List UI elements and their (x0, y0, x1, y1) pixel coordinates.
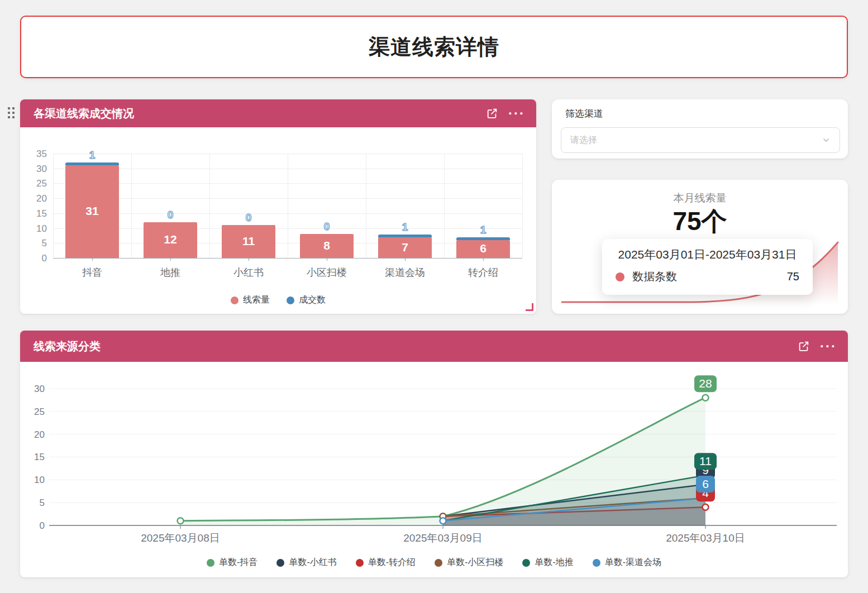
deals-value-label: 0 (300, 221, 354, 233)
line-chart-legend: 单数-抖音单数-小红书单数-转介绍单数-小区扫楼单数-地推单数-渠道会场 (20, 557, 848, 568)
filter-card: 筛选渠道 请选择 (552, 99, 848, 159)
x-axis-tick (170, 258, 171, 261)
external-link-icon[interactable] (484, 105, 500, 122)
deals-value-label: 1 (378, 221, 432, 233)
legend-dot (276, 559, 284, 567)
legend-dot (522, 559, 530, 567)
data-point-单数-抖音 (703, 395, 709, 401)
ellipsis-icon[interactable]: ··· (820, 338, 837, 355)
data-point-单数-渠道会场 (440, 518, 446, 524)
legend-item-单数-抖音[interactable]: 单数-抖音 (207, 557, 257, 568)
legend-label: 单数-渠道会场 (605, 557, 661, 568)
y-axis-label: 20 (20, 193, 47, 204)
y-axis-label: 20 (34, 429, 45, 440)
y-axis-label: 30 (34, 384, 45, 394)
gridline (131, 154, 132, 258)
end-label-text: 11 (699, 455, 712, 467)
y-axis-label: 0 (40, 520, 45, 531)
chevron-down-icon (822, 136, 831, 145)
bar-chart-legend: 线索量成交数 (20, 294, 536, 306)
legend-item-单数-地推[interactable]: 单数-地推 (522, 557, 573, 568)
legend-label: 单数-转介绍 (368, 557, 416, 568)
monthly-leads-card: 本月线索量 75个 2025年03月01日-2025年03月31日 数据条数 7… (552, 180, 848, 314)
bar-deals[interactable] (65, 162, 119, 165)
tooltip-series-value: 75 (787, 270, 799, 283)
deals-value-label: 0 (144, 209, 197, 221)
deals-value-label: 1 (65, 149, 119, 161)
gridline (209, 154, 210, 258)
y-axis-label: 10 (20, 223, 47, 235)
line-chart-plot: 0510152025302025年03月08日2025年03月09日2025年0… (20, 362, 848, 548)
bar-card-header: 各渠道线索成交情况 ··· (20, 99, 536, 127)
y-axis-label: 15 (34, 452, 45, 462)
y-axis-label: 5 (40, 498, 45, 508)
bar-value-label: 7 (378, 241, 432, 254)
legend-dot (435, 559, 442, 567)
x-axis-tick (483, 258, 484, 261)
bar-value-label: 6 (456, 242, 510, 255)
line-chart-body: 0510152025302025年03月08日2025年03月09日2025年0… (20, 362, 848, 577)
bar-deals[interactable] (456, 237, 510, 240)
x-axis-tick (249, 258, 249, 261)
x-axis-label: 小区扫楼 (288, 266, 366, 279)
y-axis-label: 0 (20, 253, 47, 264)
external-link-icon[interactable] (795, 338, 812, 355)
legend-item-单数-小区扫楼[interactable]: 单数-小区扫楼 (435, 557, 503, 568)
legend-dot (207, 559, 214, 567)
ellipsis-icon[interactable]: ··· (508, 105, 525, 122)
legend-item-单数-小红书[interactable]: 单数-小红书 (276, 557, 336, 568)
y-axis-label: 25 (20, 178, 47, 189)
gridline (288, 154, 288, 258)
y-axis-label: 25 (34, 407, 45, 417)
legend-item-单数-渠道会场[interactable]: 单数-渠道会场 (593, 557, 661, 568)
end-label-text: 28 (699, 377, 712, 390)
x-axis-label: 渠道会场 (366, 266, 444, 279)
legend-label: 线索量 (243, 294, 270, 306)
resize-corner[interactable] (526, 303, 533, 311)
legend-dot (593, 559, 600, 567)
deals-value-label: 0 (222, 212, 275, 224)
x-axis-label: 2025年03月09日 (403, 532, 483, 544)
bar-value-label: 12 (144, 233, 197, 246)
line-card-header: 线索来源分类 ··· (20, 331, 848, 362)
x-axis-tick (92, 258, 93, 261)
series-dot (616, 272, 624, 281)
x-axis-label: 转介绍 (444, 266, 522, 279)
bar-deals[interactable] (378, 235, 432, 237)
x-axis-tick (405, 258, 406, 261)
bar-chart-card: 各渠道线索成交情况 ··· 05101520253035311抖音120地推11… (20, 99, 536, 314)
legend-label: 单数-抖音 (219, 557, 257, 568)
bar-value-label: 8 (300, 239, 354, 252)
legend-label: 单数-小红书 (289, 557, 336, 568)
channel-select[interactable]: 请选择 (561, 127, 840, 153)
x-axis-label: 2025年03月08日 (141, 532, 220, 544)
legend-dot (356, 559, 364, 567)
data-point-单数-抖音 (178, 518, 184, 524)
x-axis-label: 地推 (131, 266, 209, 279)
bar-card-title: 各渠道线索成交情况 (34, 106, 476, 121)
bar-value-label: 11 (222, 235, 275, 248)
gridline (522, 154, 523, 258)
drag-handle-icon[interactable] (8, 107, 17, 121)
legend-item-单数-转介绍[interactable]: 单数-转介绍 (356, 557, 416, 568)
y-axis-label: 35 (20, 149, 47, 160)
line-chart-card: 线索来源分类 ··· 0510152025302025年03月08日2025年0… (20, 331, 848, 577)
end-label-text: 6 (702, 477, 709, 490)
bar-chart-body: 05101520253035311抖音120地推110小红书80小区扫楼71渠道… (20, 127, 536, 314)
data-point-单数-转介绍 (703, 504, 709, 510)
page-title-card: 渠道线索详情 (20, 16, 848, 78)
x-axis-tick (327, 258, 327, 261)
line-card-title: 线索来源分类 (34, 339, 788, 354)
legend-item-成交数[interactable]: 成交数 (287, 294, 326, 306)
x-axis-label: 抖音 (53, 266, 131, 279)
y-axis-label: 30 (20, 164, 47, 175)
tooltip-series-name: 数据条数 (632, 269, 677, 284)
legend-item-线索量[interactable]: 线索量 (231, 294, 270, 306)
legend-dot (231, 297, 239, 304)
legend-label: 成交数 (299, 294, 326, 306)
legend-label: 单数-小区扫楼 (447, 557, 503, 568)
x-axis-label: 小红书 (209, 266, 288, 279)
filter-label: 筛选渠道 (565, 107, 603, 120)
deals-value-label: 1 (456, 224, 510, 236)
tooltip-date-range: 2025年03月01日-2025年03月31日 (602, 247, 813, 262)
